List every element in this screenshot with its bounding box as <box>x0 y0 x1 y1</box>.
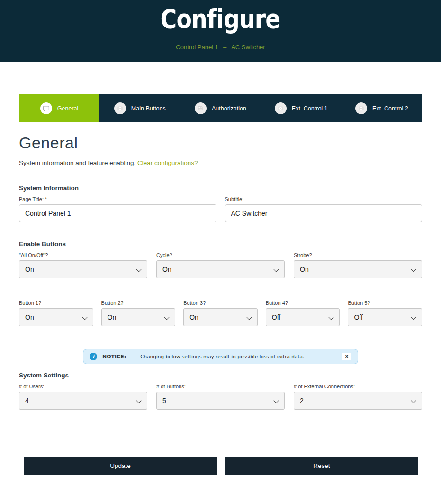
select-value: Off <box>354 313 362 321</box>
all-on-off-select[interactable]: On <box>19 260 147 278</box>
select-value: On <box>25 266 34 273</box>
main-content: General System information and feature e… <box>19 134 422 475</box>
page-title-field-label: Page Title: * <box>19 196 216 202</box>
select-value: On <box>108 313 117 321</box>
subtitle-input[interactable] <box>225 204 423 222</box>
cycle-label: Cycle? <box>156 252 285 258</box>
page-description: System information and feature enabling.… <box>19 159 422 166</box>
enable-buttons-row-1: "All On/Off"? On Cycle? On Strobe? On <box>19 247 422 278</box>
button-1-label: Button 1? <box>19 300 93 306</box>
subtitle-field-label: Subtitle: <box>225 196 423 202</box>
breadcrumb-subtitle: AC Switcher <box>231 44 265 51</box>
chevron-down-icon <box>136 266 141 272</box>
clear-configurations-link[interactable]: Clear configurations? <box>137 159 198 166</box>
tab-label: Ext. Control 1 <box>292 105 328 112</box>
breadcrumb-page-title: Control Panel 1 <box>176 44 218 51</box>
tab-ext-control-2[interactable]: Ext. Control 2 <box>342 94 422 122</box>
camera-icon <box>355 102 367 114</box>
chevron-down-icon <box>411 314 416 320</box>
tab-label: Authorization <box>212 105 246 112</box>
app-title: Configure <box>161 1 280 37</box>
select-value: Off <box>272 313 280 321</box>
chevron-down-icon <box>411 398 416 403</box>
num-external-connections-select[interactable]: 2 <box>294 392 422 410</box>
chevron-down-icon <box>164 314 170 320</box>
update-button[interactable]: Update <box>24 457 217 475</box>
system-settings-row: # of Users: 4 # of Buttons: 5 # of Exter… <box>19 379 422 410</box>
notice-label: NOTICE: <box>102 354 126 360</box>
camera-icon <box>275 102 287 114</box>
cycle-select[interactable]: On <box>156 260 285 278</box>
num-users-label: # of Users: <box>19 384 147 389</box>
tab-general[interactable]: General <box>19 94 99 122</box>
page-title-input[interactable] <box>19 204 216 222</box>
reset-button[interactable]: Reset <box>225 457 418 475</box>
select-value: On <box>162 266 171 273</box>
chevron-down-icon <box>82 314 87 320</box>
newspaper-icon <box>195 102 207 114</box>
button-3-label: Button 3? <box>183 300 258 306</box>
num-buttons-select[interactable]: 5 <box>156 392 285 410</box>
config-tabbar: General Main Buttons Authorization <box>19 94 422 122</box>
strobe-select[interactable]: On <box>294 260 422 278</box>
button-2-select[interactable]: On <box>101 308 176 326</box>
button-5-select[interactable]: Off <box>348 308 422 326</box>
page-title: General <box>19 134 422 152</box>
system-information-row: Page Title: * Subtitle: <box>19 192 422 222</box>
chevron-down-icon <box>411 266 416 272</box>
section-system-information: System Information <box>19 184 422 192</box>
chevron-down-icon <box>136 398 141 403</box>
section-enable-buttons: Enable Buttons <box>19 240 422 247</box>
tab-ext-control-1[interactable]: Ext. Control 1 <box>261 94 342 122</box>
chevron-down-icon <box>329 314 334 320</box>
num-users-select[interactable]: 4 <box>19 392 147 410</box>
section-system-settings: System Settings <box>19 372 422 379</box>
button-3-select[interactable]: On <box>183 308 258 326</box>
chevron-down-icon <box>246 314 252 320</box>
chevron-down-icon <box>273 266 279 272</box>
select-value: On <box>25 313 34 321</box>
num-buttons-label: # of Buttons: <box>156 384 285 389</box>
button-1-select[interactable]: On <box>19 308 93 326</box>
chevron-down-icon <box>273 398 279 403</box>
enable-buttons-row-2: Button 1? On Button 2? On Button 3? On B… <box>19 295 422 326</box>
tab-label: Main Buttons <box>131 105 166 112</box>
num-external-connections-label: # of External Connections: <box>294 384 422 389</box>
camera-icon <box>114 102 126 114</box>
tab-label: Ext. Control 2 <box>372 105 408 112</box>
tab-main-buttons[interactable]: Main Buttons <box>99 94 180 122</box>
page-description-text: System information and feature enabling. <box>19 159 135 166</box>
select-value: 4 <box>25 397 29 404</box>
select-value: On <box>189 313 198 321</box>
speech-bubble-icon <box>40 102 52 114</box>
button-5-label: Button 5? <box>348 300 422 306</box>
breadcrumb: Control Panel 1–AC Switcher <box>0 44 441 51</box>
notice-banner: i NOTICE: Changing below settings may re… <box>83 349 358 364</box>
info-icon: i <box>90 353 97 360</box>
select-value: 2 <box>300 397 304 404</box>
breadcrumb-separator: – <box>223 44 226 51</box>
button-2-label: Button 2? <box>101 300 176 306</box>
close-icon[interactable]: x <box>342 353 351 360</box>
button-4-select[interactable]: Off <box>266 308 340 326</box>
all-on-off-label: "All On/Off"? <box>19 252 147 258</box>
select-value: 5 <box>162 397 166 404</box>
tab-authorization[interactable]: Authorization <box>180 94 261 122</box>
form-actions: Update Reset <box>24 457 418 475</box>
button-4-label: Button 4? <box>266 300 340 306</box>
strobe-label: Strobe? <box>294 252 422 258</box>
select-value: On <box>300 266 309 273</box>
page-header: Configure Control Panel 1–AC Switcher <box>0 0 441 62</box>
tab-label: General <box>57 105 78 112</box>
notice-message: Changing below settings may result in po… <box>140 354 342 359</box>
